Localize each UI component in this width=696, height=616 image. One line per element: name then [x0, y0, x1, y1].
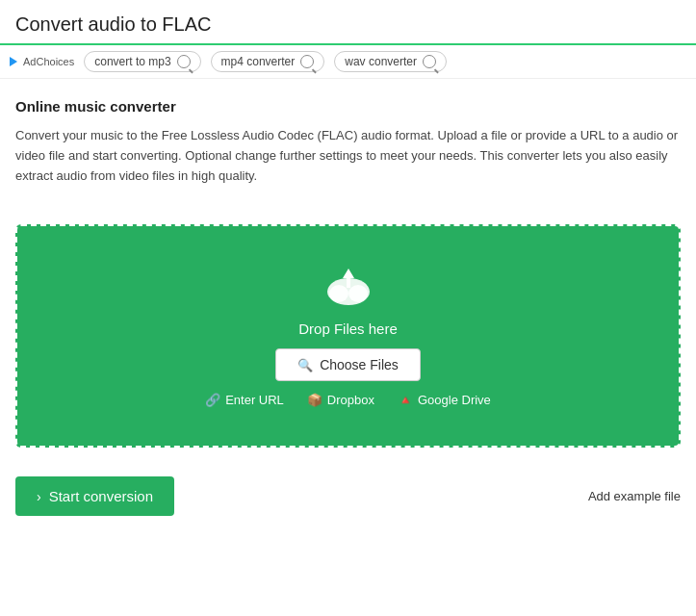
start-conversion-button[interactable]: › Start conversion: [15, 476, 174, 516]
choose-files-label: Choose Files: [320, 357, 399, 372]
ad-choices-label: AdChoices: [23, 56, 74, 67]
start-conversion-label: Start conversion: [49, 488, 153, 504]
drop-zone[interactable]: Drop Files here 🔍 Choose Files 🔗 Enter U…: [15, 224, 681, 448]
ad-tag-label-3: wav converter: [345, 55, 417, 68]
bottom-bar: › Start conversion Add example file: [0, 463, 696, 529]
enter-url-link[interactable]: 🔗 Enter URL: [205, 393, 284, 407]
ad-choices[interactable]: AdChoices: [10, 56, 74, 67]
svg-point-1: [329, 285, 348, 302]
ad-tag-convert-mp3[interactable]: convert to mp3: [84, 51, 200, 72]
dropbox-label: Dropbox: [327, 393, 374, 407]
svg-point-2: [348, 285, 368, 302]
google-drive-link[interactable]: 🔺 Google Drive: [398, 393, 491, 407]
page-title: Convert audio to FLAC: [15, 13, 681, 36]
ad-tag-label-2: mp4 converter: [221, 55, 296, 68]
ad-tag-mp4-converter[interactable]: mp4 converter: [211, 51, 325, 72]
upload-icon-wrap: [322, 265, 375, 309]
add-example-link[interactable]: Add example file: [588, 489, 681, 503]
ad-tag-wav-converter[interactable]: wav converter: [334, 51, 447, 72]
ad-play-icon: [10, 57, 17, 66]
dropbox-icon: 📦: [307, 393, 322, 407]
google-drive-label: Google Drive: [418, 393, 491, 407]
drop-files-text: Drop Files here: [298, 321, 398, 337]
drop-zone-wrapper: Drop Files here 🔍 Choose Files 🔗 Enter U…: [15, 224, 681, 448]
ad-tag-label-1: convert to mp3: [94, 55, 170, 68]
section-title: Online music converter: [15, 98, 681, 115]
extra-links: 🔗 Enter URL 📦 Dropbox 🔺 Google Drive: [205, 393, 491, 407]
choose-files-button[interactable]: 🔍 Choose Files: [275, 348, 421, 381]
description-text: Convert your music to the Free Lossless …: [15, 126, 681, 186]
upload-cloud-icon: [322, 265, 375, 309]
enter-url-label: Enter URL: [225, 393, 284, 407]
ad-bar: AdChoices convert to mp3 mp4 converter w…: [0, 45, 696, 79]
main-content: Online music converter Convert your musi…: [0, 79, 696, 205]
add-example-label: Add example file: [588, 489, 681, 503]
search-icon-choose: 🔍: [297, 358, 313, 372]
dropbox-link[interactable]: 📦 Dropbox: [307, 393, 374, 407]
link-icon: 🔗: [205, 393, 220, 407]
search-icon-3: [423, 55, 436, 68]
page-header: Convert audio to FLAC: [0, 0, 696, 45]
search-icon-2: [300, 55, 314, 68]
search-icon-1: [177, 55, 191, 68]
google-drive-icon: 🔺: [398, 393, 413, 407]
chevron-right-icon: ›: [37, 489, 41, 504]
content-right: Online music converter Convert your musi…: [15, 98, 681, 186]
